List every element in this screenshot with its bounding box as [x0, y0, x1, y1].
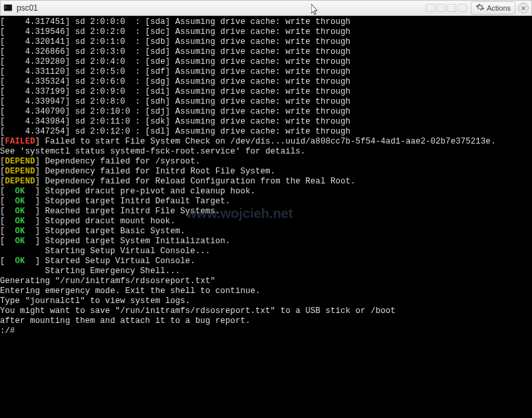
win-btn-4[interactable]	[458, 4, 467, 12]
terminal-line-ok-vc: [ OK ] Started Setup Virtual Console.	[0, 257, 531, 266]
terminal-line-ok-0: [ OK ] Stopped dracut pre-pivot and clea…	[0, 187, 531, 197]
terminal-line-ok-3: [ OK ] Stopped dracut mount hook.	[0, 217, 531, 227]
terminal-line-starting-vc: Starting Setup Virtual Console...	[0, 247, 531, 257]
terminal-line-sd-0: [ 4.317451] sd 2:0:0:0 : [sda] Assuming …	[0, 17, 531, 27]
terminal-line-ok-5: [ OK ] Stopped target System Initializat…	[0, 237, 531, 247]
terminal-line-sd-6: [ 4.335324] sd 2:0:6:0 : [sdg] Assuming …	[0, 77, 531, 87]
terminal-line-depend-1: [DEPEND] Dependency failed for Initrd Ro…	[0, 167, 531, 177]
terminal-line-ok-1: [ OK ] Stopped target Initrd Default Tar…	[0, 197, 531, 207]
terminal-line-sd-7: [ 4.337199] sd 2:0:9:0 : [sdi] Assuming …	[0, 87, 531, 97]
terminal-line-sd-5: [ 4.331120] sd 2:0:5:0 : [sdf] Assuming …	[0, 67, 531, 77]
window-title: psc01	[17, 3, 38, 13]
terminal-output[interactable]: [ 4.317451] sd 2:0:0:0 : [sda] Assuming …	[0, 16, 532, 418]
terminal-line-generating: Generating "/run/initramfs/rdsosreport.t…	[0, 276, 531, 286]
terminal-line-emergency-2: You might want to save "/run/initramfs/r…	[0, 306, 531, 316]
terminal-line-ok-2: [ OK ] Reached target Initrd File System…	[0, 207, 531, 217]
close-button[interactable]: ✕	[518, 3, 529, 13]
window-controls	[426, 4, 467, 12]
actions-button[interactable]: Actions	[471, 1, 515, 15]
actions-label: Actions	[487, 4, 511, 12]
terminal-line-sd-2: [ 4.320141] sd 2:0:1:0 : [sdb] Assuming …	[0, 37, 531, 47]
win-btn-2[interactable]	[436, 4, 446, 12]
terminal-line-emergency-3: after mounting them and attach it to a b…	[0, 316, 531, 326]
console-icon	[3, 3, 13, 13]
terminal-line-depend-2: [DEPEND] Dependency failed for Reload Co…	[0, 177, 531, 187]
terminal-line-sd-8: [ 4.339947] sd 2:0:8:0 : [sdh] Assuming …	[0, 97, 531, 107]
terminal-line-sd-4: [ 4.329280] sd 2:0:4:0 : [sde] Assuming …	[0, 57, 531, 67]
close-icon: ✕	[521, 5, 526, 12]
terminal-line-see: See 'systemctl status systemd-fsck-root.…	[0, 147, 531, 157]
terminal-line-sd-3: [ 4.326866] sd 2:0:3:0 : [sdd] Assuming …	[0, 47, 531, 57]
win-btn-1[interactable]	[426, 4, 435, 12]
terminal-line-prompt: :/#	[0, 326, 531, 336]
terminal-line-sd-10: [ 4.343984] sd 2:0:11:0 : [sdk] Assuming…	[0, 117, 531, 127]
terminal-line-sd-11: [ 4.347254] sd 2:0:12:0 : [sdl] Assuming…	[0, 127, 531, 137]
terminal-line-ok-4: [ OK ] Stopped target Basic System.	[0, 227, 531, 237]
terminal-line-emergency-1: Type "journalctl" to view system logs.	[0, 296, 531, 306]
gear-icon	[475, 3, 485, 13]
win-btn-3[interactable]	[447, 4, 456, 12]
terminal-line-depend-0: [DEPEND] Dependency failed for /sysroot.	[0, 157, 531, 167]
terminal-line-emergency-0: Entering emergency mode. Exit the shell …	[0, 286, 531, 296]
terminal-line-sd-1: [ 4.319546] sd 2:0:2:0 : [sdc] Assuming …	[0, 27, 531, 37]
window-titlebar: psc01 Actions ✕	[0, 0, 532, 16]
terminal-line-starting-shell: Starting Emergency Shell...	[0, 266, 531, 276]
terminal-line-failed: [FAILED] Failed to start File System Che…	[0, 137, 531, 147]
terminal-line-sd-9: [ 4.340790] sd 2:0:10:0 : [sdj] Assuming…	[0, 107, 531, 117]
